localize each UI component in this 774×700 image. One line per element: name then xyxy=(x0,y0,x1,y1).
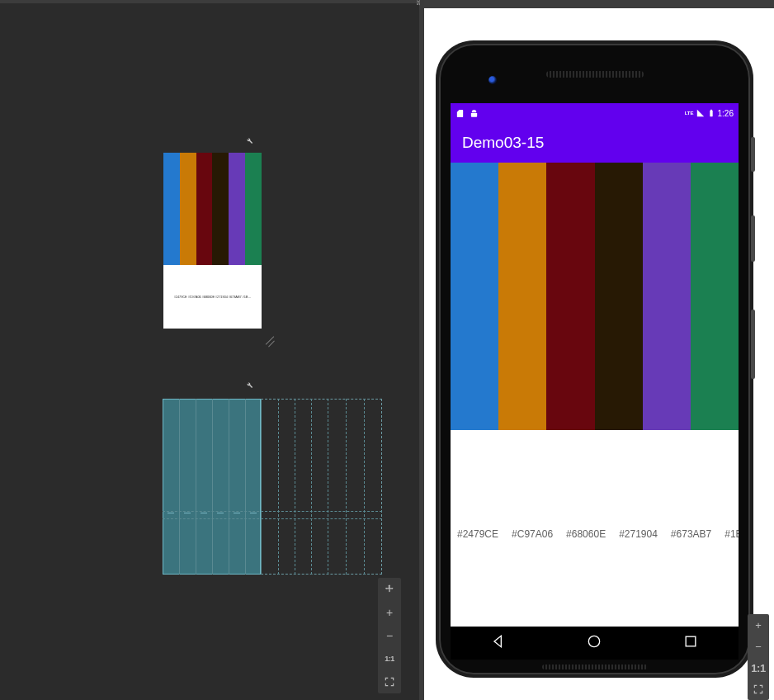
status-time: 1:26 xyxy=(718,109,734,118)
color-bar xyxy=(163,153,180,265)
color-bar xyxy=(595,163,643,430)
volume-down-button[interactable] xyxy=(751,310,755,379)
color-label: #C97A06 xyxy=(512,528,553,540)
back-button[interactable] xyxy=(490,633,507,653)
zoom-actual-button[interactable]: 1:1 xyxy=(378,647,401,670)
color-bar-row xyxy=(163,153,262,265)
zoom-out-button[interactable]: − xyxy=(378,624,401,647)
color-bar xyxy=(180,153,196,265)
front-camera xyxy=(488,76,497,84)
color-label: #271904 xyxy=(619,528,658,540)
app-title: Demo03-15 xyxy=(462,134,544,152)
device-screen[interactable]: LTE 1:26 Demo03-15 #2479CE #C97A06 xyxy=(451,103,739,637)
color-bar-row xyxy=(451,163,739,430)
pan-button[interactable] xyxy=(378,578,401,601)
color-bar xyxy=(498,163,546,430)
zoom-actual-button[interactable]: 1:1 xyxy=(748,657,769,679)
color-bar xyxy=(691,163,739,430)
lte-label: LTE xyxy=(685,111,694,116)
svg-point-0 xyxy=(589,636,600,646)
android-nav-bar xyxy=(451,627,739,660)
layout-editor-pane: #2479CE #C97A06 #68060E #271904 #673AB7 … xyxy=(0,0,419,700)
zoom-fit-button[interactable] xyxy=(748,679,769,700)
color-bar xyxy=(196,153,213,265)
design-zoom-toolbar: + − 1:1 xyxy=(378,578,401,693)
volume-up-button[interactable] xyxy=(751,215,755,262)
color-bar xyxy=(229,153,245,265)
zoom-fit-button[interactable] xyxy=(378,670,401,693)
color-bar xyxy=(451,163,498,430)
color-bar xyxy=(245,153,262,265)
earpiece-speaker xyxy=(546,71,644,78)
emulator-pane: LTE 1:26 Demo03-15 #2479CE #C97A06 xyxy=(424,0,774,700)
zoom-in-button[interactable]: + xyxy=(378,601,401,624)
color-label: #673AB7 xyxy=(671,528,711,540)
signal-icon xyxy=(696,109,705,117)
color-label-row: #2479CE #C97A06 #68060E #271904 #673AB7 … xyxy=(451,430,739,637)
color-label: #68060E xyxy=(566,528,606,540)
emulator-toolbar xyxy=(424,0,774,8)
color-label: #2479CE xyxy=(457,528,498,540)
color-bar xyxy=(546,163,594,430)
sd-card-icon xyxy=(455,109,465,118)
emulator-zoom-toolbar: + − 1:1 xyxy=(748,614,769,700)
android-icon xyxy=(470,109,479,118)
resize-handle-icon[interactable] xyxy=(264,333,277,347)
device-frame: LTE 1:26 Demo03-15 #2479CE #C97A06 xyxy=(439,44,750,674)
color-label-row: #2479CE #C97A06 #68060E #271904 #673AB7 … xyxy=(163,265,262,329)
blueprint-surface[interactable] xyxy=(163,399,382,575)
color-bar xyxy=(212,153,229,265)
svg-rect-1 xyxy=(686,636,696,646)
wrench-icon[interactable] xyxy=(245,135,253,148)
app-bar: Demo03-15 xyxy=(451,123,739,163)
status-bar: LTE 1:26 xyxy=(451,103,739,123)
battery-icon xyxy=(707,109,715,117)
home-button[interactable] xyxy=(586,633,602,653)
power-button[interactable] xyxy=(751,137,755,172)
zoom-out-button[interactable]: − xyxy=(748,636,769,657)
design-surface-preview[interactable]: #2479CE #C97A06 #68060E #271904 #673AB7 … xyxy=(163,153,262,329)
color-bar xyxy=(643,163,691,430)
bottom-speaker xyxy=(542,665,648,669)
zoom-in-button[interactable]: + xyxy=(748,614,769,636)
color-label: #1B xyxy=(724,528,739,540)
wrench-icon[interactable] xyxy=(245,380,253,392)
recents-button[interactable] xyxy=(682,633,699,653)
vertical-tab[interactable] xyxy=(0,2,2,5)
